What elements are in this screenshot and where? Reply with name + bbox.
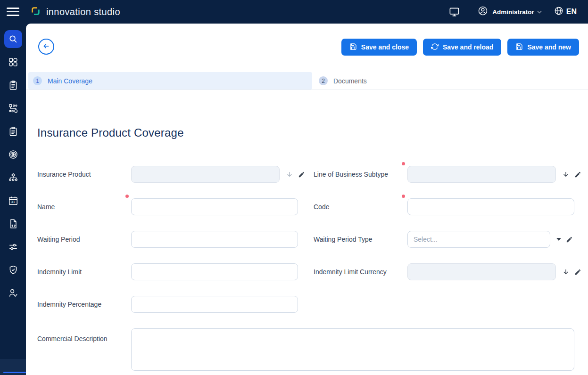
logo-mark-icon [31, 6, 41, 18]
user-menu[interactable]: Administrator [478, 6, 542, 18]
insurance-product-input[interactable] [131, 166, 280, 183]
menu-icon[interactable] [7, 8, 19, 16]
user-circle-icon [478, 6, 488, 18]
tab-label: Documents [333, 77, 367, 85]
indemnity-percentage-input[interactable] [131, 296, 298, 313]
user-name: Administrator [492, 8, 534, 16]
sidebar-item-decision-flow[interactable] [4, 169, 22, 187]
calendar-icon: 31 [8, 196, 18, 206]
svg-text:31: 31 [11, 200, 15, 204]
display-icon[interactable] [449, 7, 460, 17]
sidebar-item-security[interactable] [4, 261, 22, 279]
save-and-new-button[interactable]: Save and new [507, 39, 579, 56]
sidebar-item-code-documents[interactable] [4, 215, 22, 233]
brand[interactable]: innovation studio [31, 6, 120, 18]
field-indemnity-limit-currency: Indemnity Limit Currency [314, 263, 581, 280]
line-of-business-subtype-input[interactable] [407, 166, 556, 183]
field-label: Code [314, 203, 407, 211]
arrow-down-icon[interactable] [286, 171, 293, 178]
globe-icon [554, 6, 563, 17]
sidebar-item-settings[interactable] [4, 238, 22, 256]
brand-name: innovation studio [46, 7, 120, 17]
sidebar-item-modules[interactable] [4, 53, 22, 71]
save-and-close-button[interactable]: Save and close [341, 39, 417, 56]
waiting-period-input[interactable] [131, 231, 298, 248]
sidebar-item-tasks[interactable] [4, 76, 22, 94]
sliders-icon [8, 242, 18, 252]
language-switcher[interactable]: EN [554, 6, 577, 17]
field-commercial-description: Commercial Description [37, 328, 574, 371]
field-waiting-period: Waiting Period [37, 231, 314, 248]
topbar: innovation studio Administrator [0, 0, 588, 24]
field-name: Name [37, 198, 314, 215]
action-buttons: Save and close Save and reload [341, 39, 579, 56]
save-icon [515, 43, 523, 52]
page-title: Insurance Product Coverage [37, 126, 588, 139]
reload-icon [431, 43, 439, 52]
user-check-icon [8, 288, 18, 298]
sitemap-icon [8, 103, 18, 114]
sidebar-item-search[interactable] [4, 30, 22, 48]
content-header: Save and close Save and reload [26, 24, 588, 56]
field-waiting-period-type: Waiting Period Type [314, 231, 573, 248]
field-label: Line of Business Subtype [314, 171, 407, 178]
field-code: Code [314, 198, 574, 215]
tab-number-badge: 2 [319, 76, 328, 85]
field-label: Commercial Description [37, 328, 131, 342]
target-icon [8, 149, 18, 160]
arrow-down-icon[interactable] [562, 171, 570, 178]
arrow-down-icon[interactable] [562, 268, 570, 276]
clipboard-icon [8, 126, 18, 137]
edit-pencil-icon[interactable] [298, 171, 305, 178]
save-and-reload-button[interactable]: Save and reload [423, 39, 501, 56]
select-caret-icon[interactable] [556, 238, 561, 241]
tab-bar: 1 Main Coverage 2 Documents [26, 72, 588, 90]
sidebar-item-user-approvals[interactable] [4, 284, 22, 302]
field-label: Waiting Period Type [314, 236, 407, 243]
sidebar-item-workflow[interactable] [4, 99, 22, 117]
sidebar-item-calendar[interactable]: 31 [4, 192, 22, 210]
field-label: Insurance Product [37, 171, 131, 178]
sidebar-item-targets[interactable] [4, 146, 22, 163]
category-icon [8, 57, 18, 67]
field-label: Waiting Period [37, 236, 131, 243]
tab-documents[interactable]: 2 Documents [319, 72, 374, 90]
edit-pencil-icon[interactable] [574, 269, 581, 276]
required-dot [125, 195, 129, 198]
back-button[interactable] [38, 39, 54, 55]
search-icon [8, 34, 18, 44]
edit-pencil-icon[interactable] [566, 236, 573, 243]
required-dot [402, 195, 405, 198]
commercial-description-textarea[interactable] [131, 328, 574, 371]
file-code-icon [8, 219, 18, 229]
code-input[interactable] [407, 198, 574, 215]
sidebar: 31 [0, 24, 26, 375]
waiting-period-type-select[interactable] [407, 231, 550, 248]
chevron-down-icon [537, 10, 542, 14]
hierarchy-icon [8, 172, 18, 183]
field-label: Indemnity Limit Currency [314, 268, 407, 276]
sidebar-item-forms[interactable] [4, 122, 22, 140]
tab-label: Main Coverage [48, 77, 92, 85]
shield-check-icon [8, 265, 18, 275]
tab-main-coverage[interactable]: 1 Main Coverage [28, 72, 312, 90]
indemnity-limit-currency-input[interactable] [407, 263, 556, 280]
main-content: Save and close Save and reload [26, 24, 588, 375]
sidebar-scrollbar[interactable] [3, 372, 26, 373]
indemnity-limit-input[interactable] [131, 263, 298, 280]
field-indemnity-limit: Indemnity Limit [37, 263, 314, 280]
field-line-of-business-subtype: Line of Business Subtype [314, 166, 581, 183]
field-indemnity-percentage: Indemnity Percentage [37, 296, 314, 313]
field-label: Indemnity Percentage [37, 301, 131, 308]
field-insurance-product: Insurance Product [37, 166, 314, 183]
language-label: EN [566, 8, 577, 16]
arrow-left-icon [42, 42, 50, 52]
required-dot [402, 162, 405, 165]
save-icon [349, 43, 357, 52]
field-label: Indemnity Limit [37, 268, 131, 276]
name-input[interactable] [131, 198, 298, 215]
coverage-form: Insurance Product Line of Business Subty… [26, 166, 588, 371]
tab-number-badge: 1 [33, 76, 42, 85]
edit-pencil-icon[interactable] [574, 171, 581, 178]
field-label: Name [37, 203, 131, 211]
